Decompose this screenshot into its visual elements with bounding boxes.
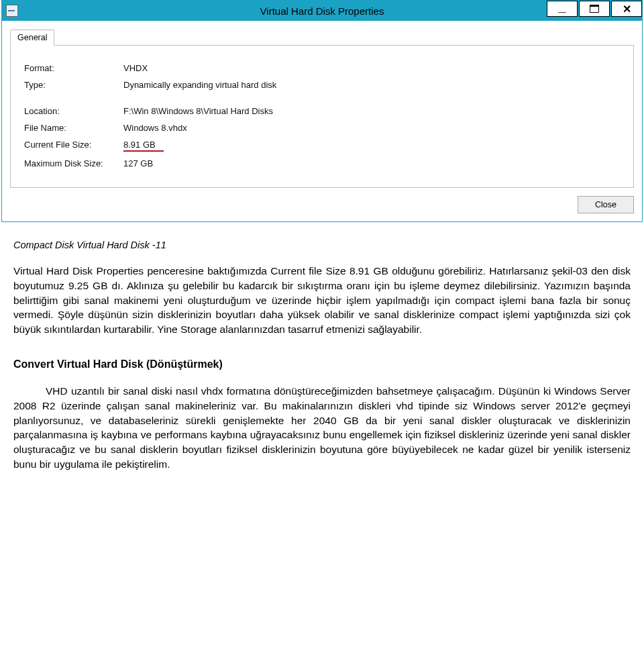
client-area: General Format: VHDX Type: Dynamically e… (2, 29, 642, 221)
label-location: Location: (24, 106, 123, 116)
value-current-size: 8.91 GB (123, 140, 164, 152)
window-controls: _ ✕ (545, 1, 642, 17)
row-max-size: Maximum Disk Size: 127 GB (24, 158, 620, 168)
paragraph-1: Virtual Hard Disk Properties penceresine… (13, 264, 631, 336)
paragraph-2: VHD uzantılı bir sanal diski nasıl vhdx … (13, 384, 631, 471)
label-format: Format: (24, 63, 123, 73)
label-type: Type: (24, 80, 123, 90)
label-max-size: Maximum Disk Size: (24, 158, 123, 168)
article-body: Compact Disk Virtual Hard Disk -11 Virtu… (0, 222, 644, 478)
section-heading: Convert Virtual Hard Disk (Dönüştürmek) (13, 357, 631, 372)
row-type: Type: Dynamically expanding virtual hard… (24, 80, 620, 90)
value-max-size: 127 GB (123, 158, 620, 168)
figure-caption: Compact Disk Virtual Hard Disk -11 (13, 238, 631, 252)
minimize-button[interactable]: _ (547, 1, 578, 17)
tab-general[interactable]: General (10, 30, 54, 46)
row-current-size: Current File Size: 8.91 GB (24, 140, 620, 152)
value-type: Dynamically expanding virtual hard disk (123, 80, 620, 90)
row-filename: File Name: Windows 8.vhdx (24, 123, 620, 133)
titlebar[interactable]: Virtual Hard Disk Properties _ ✕ (2, 1, 642, 21)
row-location: Location: F:\Win 8\Windows 8\Virtual Har… (24, 106, 620, 116)
close-button[interactable]: ✕ (611, 1, 642, 17)
label-filename: File Name: (24, 123, 123, 133)
close-dialog-button[interactable]: Close (578, 196, 634, 213)
tab-strip: General (10, 29, 634, 46)
value-location: F:\Win 8\Windows 8\Virtual Hard Disks (123, 106, 620, 116)
close-icon: ✕ (623, 3, 631, 15)
value-filename: Windows 8.vhdx (123, 123, 620, 133)
maximize-icon (590, 5, 599, 13)
label-current-size: Current File Size: (24, 140, 123, 152)
maximize-button[interactable] (579, 1, 610, 17)
minimize-icon: _ (558, 4, 566, 8)
dialog-window: Virtual Hard Disk Properties _ ✕ General… (1, 0, 643, 222)
tab-panel-general: Format: VHDX Type: Dynamically expanding… (10, 46, 634, 188)
row-format: Format: VHDX (24, 63, 620, 73)
button-bar: Close (2, 196, 642, 221)
value-format: VHDX (123, 63, 620, 73)
